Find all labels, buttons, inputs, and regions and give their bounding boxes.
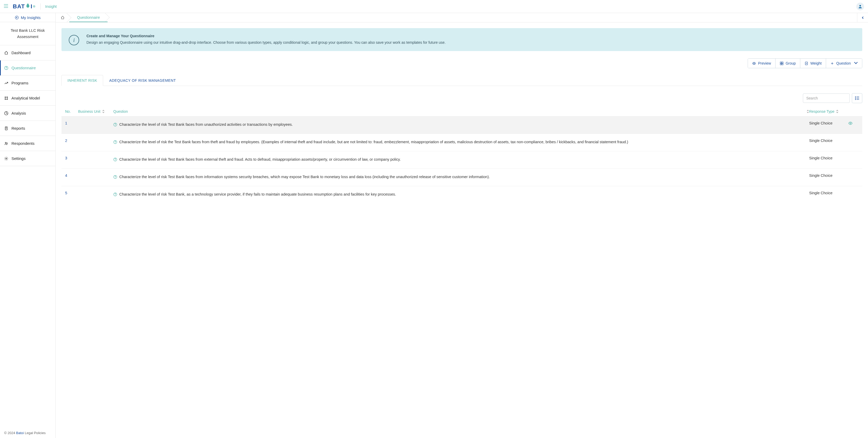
svg-point-31	[855, 97, 856, 97]
logo[interactable]: BATI®	[13, 3, 36, 10]
sidebar-item-analytical-model[interactable]: Analytical Model	[0, 91, 56, 106]
divider	[40, 3, 41, 10]
question-icon	[113, 157, 117, 164]
sidebar-item-label: Analysis	[11, 111, 26, 115]
breadcrumb: Questionnaire	[56, 13, 868, 22]
question-icon	[113, 139, 117, 146]
row-response-type: Single Choice	[809, 121, 848, 125]
sidebar-item-label: Settings	[11, 156, 26, 161]
row-question: Characterize the level of risk Test Bank…	[113, 121, 809, 129]
sidebar-item-questionnaire[interactable]: Questionnaire	[0, 60, 56, 75]
weight-button[interactable]: Weight	[800, 59, 826, 68]
sidebar-item-dashboard[interactable]: Dashboard	[0, 45, 56, 60]
sidebar-item-label: Dashboard	[11, 51, 30, 55]
col-header-business-unit[interactable]: Business Unit	[78, 110, 113, 114]
my-insights-link[interactable]: My Insights	[0, 13, 56, 22]
svg-point-33	[855, 98, 856, 98]
svg-rect-25	[782, 62, 783, 63]
svg-point-20	[5, 142, 6, 143]
sidebar-item-settings[interactable]: Settings	[0, 151, 56, 166]
logo-leaf-icon	[25, 3, 31, 10]
breadcrumb-home[interactable]	[56, 13, 69, 22]
svg-point-23	[754, 63, 755, 64]
menu-toggle[interactable]	[4, 4, 8, 9]
user-avatar[interactable]	[856, 3, 864, 10]
col-header-response-type[interactable]: Response Type	[809, 110, 848, 114]
question-icon	[113, 192, 117, 199]
svg-rect-28	[805, 62, 808, 65]
table-row[interactable]: 5Characterize the level of risk Test Ban…	[61, 186, 862, 204]
col-header-no: No.	[65, 110, 78, 114]
sidebar-item-label: Respondents	[11, 141, 34, 146]
sidebar-item-label: Programs	[11, 81, 28, 85]
list-view-button[interactable]	[852, 93, 862, 103]
question-button[interactable]: Question	[826, 59, 862, 68]
svg-point-3	[859, 5, 861, 6]
row-response-type: Single Choice	[809, 156, 848, 160]
row-number: 5	[65, 191, 78, 195]
row-question: Characterize the level of risk Test Bank…	[113, 174, 809, 181]
preview-button[interactable]: Preview	[748, 59, 775, 68]
row-response-type: Single Choice	[809, 138, 848, 143]
svg-point-35	[855, 99, 856, 100]
row-response-type: Single Choice	[809, 191, 848, 195]
question-icon	[113, 122, 117, 129]
svg-point-22	[6, 158, 7, 159]
breadcrumb-current[interactable]: Questionnaire	[69, 13, 107, 22]
svg-point-39	[850, 123, 851, 124]
row-number: 4	[65, 174, 78, 178]
breadcrumb-collapse[interactable]	[857, 13, 868, 22]
svg-point-9	[7, 97, 8, 97]
info-banner: i Create and Manage Your Questionnaire D…	[61, 28, 862, 51]
sidebar-item-label: Questionnaire	[11, 66, 36, 70]
svg-point-11	[7, 99, 8, 99]
row-question: Characterize the level of risk Test Bank…	[113, 191, 809, 199]
table-row[interactable]: 2Characterize the level of risk the Test…	[61, 133, 862, 151]
row-number: 1	[65, 121, 78, 125]
logo-text-suffix: I	[31, 3, 33, 10]
tab-inherent-risk[interactable]: INHERENT RISK	[61, 75, 103, 86]
sidebar-item-programs[interactable]: Programs	[0, 75, 56, 91]
row-number: 3	[65, 156, 78, 160]
footer-link[interactable]: Batoi	[16, 431, 24, 435]
row-question: Characterize the level of risk the Test …	[113, 138, 809, 146]
eye-icon	[848, 121, 852, 126]
table-row[interactable]: 4Characterize the level of risk Test Ban…	[61, 168, 862, 186]
info-icon: i	[69, 35, 79, 45]
footer: © 2024 Batoi Legal Policies	[0, 428, 56, 438]
svg-rect-26	[780, 64, 781, 65]
chevron-down-icon	[854, 61, 858, 66]
col-header-question[interactable]: Question	[113, 110, 809, 114]
svg-point-21	[7, 143, 7, 144]
svg-point-10	[5, 99, 6, 99]
row-question: Characterize the level of risk Test Bank…	[113, 156, 809, 164]
svg-rect-27	[782, 64, 783, 65]
sidebar-item-reports[interactable]: Reports	[0, 121, 56, 136]
row-view-action[interactable]	[848, 121, 859, 126]
tab-adequacy[interactable]: ADEQUACY OF RISK MANAGEMENT	[103, 75, 182, 86]
sort-icon[interactable]	[807, 110, 809, 113]
table-row[interactable]: 1Characterize the level of risk Test Ban…	[61, 116, 862, 133]
product-name[interactable]: Insight	[45, 4, 57, 9]
sidebar-item-analysis[interactable]: Analysis	[0, 106, 56, 121]
question-icon	[113, 174, 117, 181]
sidebar-item-respondents[interactable]: Respondents	[0, 136, 56, 151]
project-title: Test Bank LLC Risk Assessment	[0, 22, 56, 45]
row-response-type: Single Choice	[809, 174, 848, 178]
group-button[interactable]: Group	[775, 59, 800, 68]
sidebar-item-label: Reports	[11, 126, 25, 130]
row-number: 2	[65, 138, 78, 143]
svg-point-8	[5, 97, 6, 97]
registered-icon: ®	[33, 5, 36, 8]
my-insights-label: My Insights	[21, 15, 41, 20]
table-row[interactable]: 3Characterize the level of risk Test Ban…	[61, 151, 862, 168]
info-description: Design an engaging Questionnaire using o…	[87, 39, 445, 45]
sort-icon[interactable]	[836, 110, 839, 113]
sort-icon[interactable]	[102, 110, 105, 113]
svg-rect-24	[780, 62, 781, 63]
sidebar-item-label: Analytical Model	[11, 96, 40, 100]
logo-text-prefix: BAT	[13, 3, 25, 10]
info-title: Create and Manage Your Questionnaire	[87, 34, 445, 38]
search-input[interactable]	[803, 93, 850, 103]
